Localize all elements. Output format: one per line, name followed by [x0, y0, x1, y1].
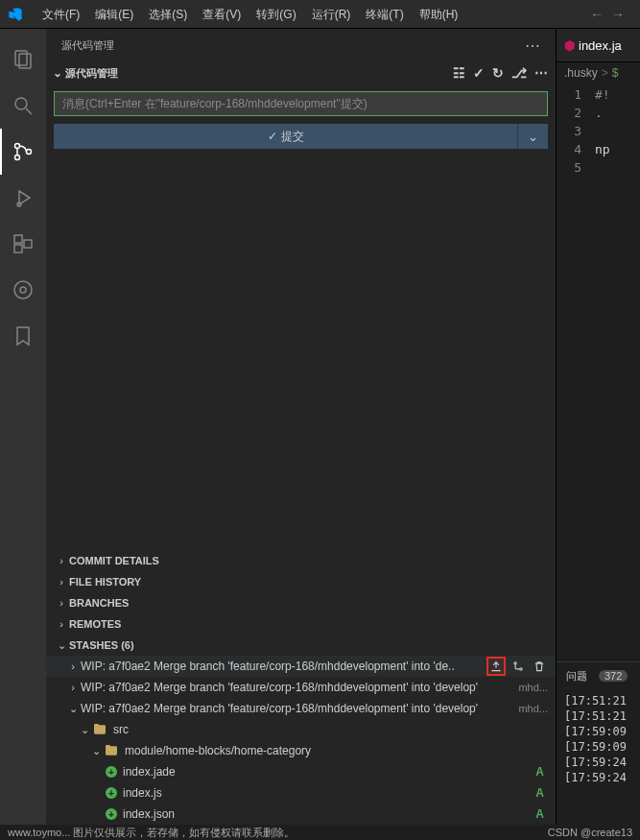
chevron-right-icon: › — [65, 682, 81, 693]
activity-scm[interactable] — [0, 129, 46, 175]
chevron-down-icon: ⌄ — [528, 130, 538, 144]
apply-stash-icon[interactable] — [486, 657, 506, 676]
stash-item[interactable]: ⌄ WIP: a7f0ae2 Merge branch 'feature/cor… — [46, 698, 556, 719]
section-commit-details[interactable]: › COMMIT DETAILS — [46, 550, 556, 571]
scm-sidebar: 源代码管理 ⋯ ⌄ 源代码管理 ☷ ✓ ↻ ⎇ ⋯ ✓ 提交 ⌄ — [46, 29, 557, 825]
menu-file[interactable]: 文件(F) — [35, 0, 87, 29]
scm-panel-title: 源代码管理 ⋯ — [46, 29, 556, 62]
watermark-footer: www.toymo... 图片仅供展示，若存储，如有侵权请联系删除。 CSDN … — [0, 825, 640, 840]
menu-bar: 文件(F) 编辑(E) 选择(S) 查看(V) 转到(G) 运行(R) 终端(T… — [0, 0, 640, 29]
section-remotes[interactable]: › REMOTES — [46, 613, 556, 635]
check-icon: ✓ — [268, 130, 277, 143]
chevron-right-icon: › — [54, 597, 69, 609]
editor-tab[interactable]: ⬢ index.ja — [564, 38, 622, 53]
svg-point-4 — [15, 144, 20, 149]
svg-point-13 — [514, 662, 516, 664]
terminal-output: [17:51:21 [17:51:21 [17:59:09 [17:59:09 … — [557, 689, 640, 789]
svg-point-14 — [520, 668, 522, 670]
added-icon: + — [106, 808, 117, 820]
menu-go[interactable]: 转到(G) — [249, 0, 303, 29]
activity-bar — [0, 29, 46, 825]
scm-panel-more-icon[interactable]: ⋯ — [525, 36, 540, 55]
folder-icon — [92, 722, 107, 737]
chevron-down-icon: ⌄ — [65, 703, 81, 715]
nav-forward-icon[interactable]: → — [611, 7, 625, 22]
vscode-logo-icon — [8, 7, 23, 22]
scm-tree-toggle-icon[interactable]: ☷ — [453, 65, 465, 81]
menu-view[interactable]: 查看(V) — [195, 0, 249, 29]
stash-item[interactable]: › WIP: a7f0ae2 Merge branch 'feature/cor… — [46, 656, 556, 677]
svg-point-12 — [20, 287, 26, 293]
scm-more-icon[interactable]: ⋯ — [534, 65, 548, 81]
svg-point-2 — [15, 98, 27, 109]
scm-repo-header[interactable]: ⌄ 源代码管理 ☷ ✓ ↻ ⎇ ⋯ — [46, 62, 556, 84]
stash-folder[interactable]: ⌄ module/home-blocks/home-category — [46, 740, 556, 761]
line-gutter: 12345 — [557, 84, 595, 661]
activity-bookmark[interactable] — [0, 313, 46, 359]
chevron-right-icon: › — [65, 660, 81, 672]
breadcrumb[interactable]: .husky > $ — [557, 62, 640, 84]
chevron-right-icon: › — [54, 576, 69, 588]
menu-run[interactable]: 运行(R) — [304, 0, 359, 29]
section-stashes[interactable]: ⌄ STASHES (6) — [46, 635, 556, 656]
added-icon: + — [106, 766, 117, 778]
menu-help[interactable]: 帮助(H) — [412, 0, 466, 29]
activity-extensions[interactable] — [0, 221, 46, 267]
menu-selection[interactable]: 选择(S) — [141, 0, 195, 29]
editor-area: ⬢ index.ja .husky > $ 12345 #! . np 问题 3… — [557, 29, 640, 825]
activity-explorer[interactable] — [0, 36, 46, 83]
chevron-right-icon: › — [54, 555, 69, 566]
commit-button[interactable]: ✓ 提交 — [54, 124, 517, 149]
svg-line-3 — [26, 108, 32, 114]
activity-search[interactable] — [0, 83, 46, 129]
menu-terminal[interactable]: 终端(T) — [358, 0, 411, 29]
folder-icon — [104, 743, 119, 758]
jade-file-icon: ⬢ — [564, 38, 575, 53]
chevron-right-icon: › — [54, 618, 69, 630]
scm-refresh-icon[interactable]: ↻ — [492, 65, 504, 81]
section-file-history[interactable]: › FILE HISTORY — [46, 571, 556, 592]
menu-edit[interactable]: 编辑(E) — [87, 0, 141, 29]
compare-stash-icon[interactable] — [510, 658, 527, 675]
chevron-down-icon: ⌄ — [77, 724, 92, 736]
nav-back-icon[interactable]: ← — [590, 7, 604, 22]
svg-rect-8 — [14, 235, 22, 243]
stash-file[interactable]: + index.jade A — [46, 761, 556, 782]
commit-dropdown-button[interactable]: ⌄ — [517, 124, 548, 149]
status-added: A — [535, 786, 548, 800]
chevron-down-icon: ⌄ — [50, 66, 65, 80]
problems-tab[interactable]: 问题 — [566, 669, 587, 684]
chevron-down-icon: ⌄ — [54, 639, 69, 652]
chevron-down-icon: ⌄ — [88, 745, 104, 757]
activity-gitlens[interactable] — [0, 267, 46, 313]
stash-file[interactable]: + index.js A — [46, 782, 556, 804]
delete-stash-icon[interactable] — [531, 658, 548, 675]
code-content[interactable]: #! . np — [595, 84, 640, 661]
svg-point-5 — [15, 156, 20, 160]
problems-count-badge: 372 — [599, 670, 628, 682]
svg-rect-10 — [24, 240, 32, 248]
added-icon: + — [106, 787, 117, 799]
activity-debug[interactable] — [0, 175, 46, 221]
problems-panel: 问题 372 [17:51:21 [17:51:21 [17:59:09 [17… — [557, 661, 640, 825]
svg-point-11 — [14, 281, 32, 299]
status-added: A — [535, 765, 548, 779]
stash-file[interactable]: + index.json A — [46, 804, 556, 825]
commit-message-input[interactable] — [54, 91, 548, 116]
chevron-right-icon: > — [602, 66, 608, 80]
scm-branch-icon[interactable]: ⎇ — [511, 65, 527, 81]
stash-item[interactable]: › WIP: a7f0ae2 Merge branch 'feature/cor… — [46, 677, 556, 698]
stash-folder[interactable]: ⌄ src — [46, 719, 556, 740]
section-branches[interactable]: › BRANCHES — [46, 592, 556, 613]
svg-rect-9 — [14, 245, 22, 252]
status-added: A — [535, 807, 548, 821]
scm-commit-icon[interactable]: ✓ — [473, 65, 485, 81]
